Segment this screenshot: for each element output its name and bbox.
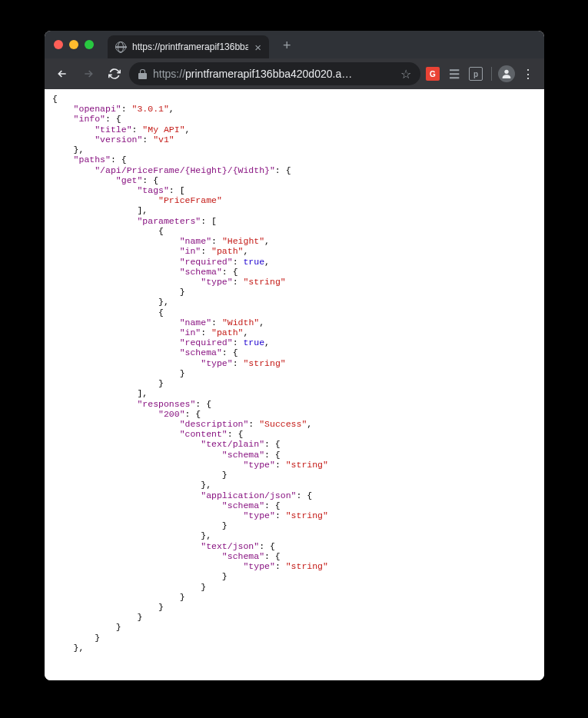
extension-icon-1[interactable]: G <box>426 67 440 81</box>
new-tab-button[interactable]: + <box>283 38 291 54</box>
title-bar: https://printframerapif136bba4 × + <box>45 31 544 58</box>
menu-button[interactable]: ⋮ <box>518 67 538 81</box>
toolbar-divider <box>491 67 492 81</box>
browser-window: https://printframerapif136bba4 × + https… <box>45 31 544 680</box>
url-text: https://printframerapif136bba420d020.a… <box>153 68 394 80</box>
bookmark-star-icon[interactable]: ☆ <box>400 67 411 81</box>
back-button[interactable] <box>51 62 74 85</box>
browser-tab[interactable]: https://printframerapif136bba4 × <box>108 35 269 58</box>
reload-button[interactable] <box>103 62 126 85</box>
maximize-window-button[interactable] <box>85 40 94 49</box>
address-bar[interactable]: https://printframerapif136bba420d020.a… … <box>129 62 420 85</box>
traffic-lights <box>54 40 94 49</box>
json-viewer: { "openapi": "3.0.1", "info": { "title":… <box>52 94 537 653</box>
lock-icon <box>138 69 147 79</box>
tab-title: https://printframerapif136bba4 <box>132 42 248 52</box>
close-tab-button[interactable]: × <box>254 42 261 53</box>
globe-icon <box>115 42 126 52</box>
profile-avatar[interactable] <box>498 65 515 82</box>
svg-point-0 <box>504 70 508 74</box>
page-content[interactable]: { "openapi": "3.0.1", "info": { "title":… <box>45 89 544 680</box>
extension-icon-2[interactable]: ☰ <box>447 67 461 81</box>
toolbar: https://printframerapif136bba420d020.a… … <box>45 58 544 89</box>
minimize-window-button[interactable] <box>69 40 78 49</box>
close-window-button[interactable] <box>54 40 63 49</box>
forward-button[interactable] <box>77 62 100 85</box>
extension-icon-3[interactable]: p <box>469 67 483 81</box>
